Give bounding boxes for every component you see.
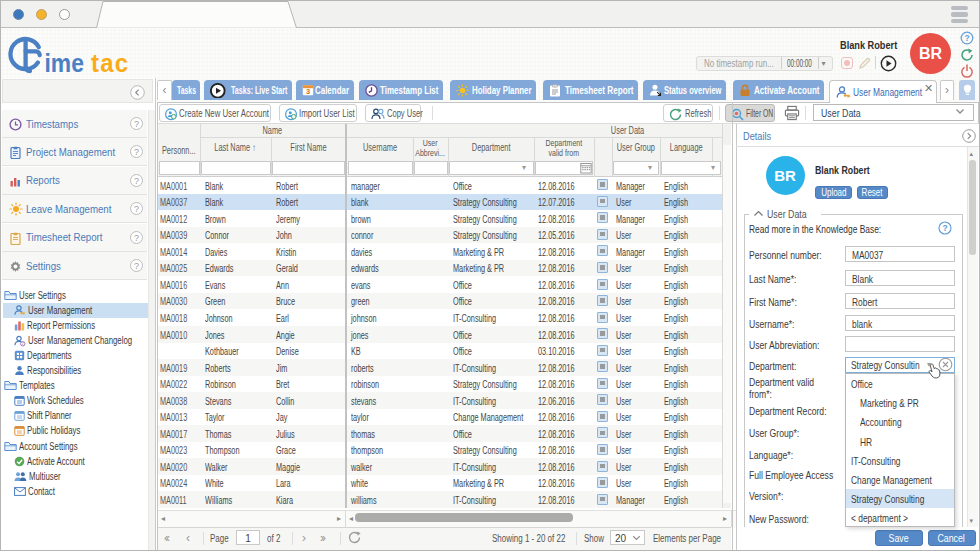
svg-text:?: ? [964, 33, 969, 43]
svg-text:tac: tac [91, 48, 129, 77]
svg-text:?: ? [942, 223, 947, 233]
svg-text:ime: ime [45, 48, 84, 77]
svg-text:3: 3 [306, 87, 310, 96]
svg-text:2: 2 [21, 342, 23, 346]
